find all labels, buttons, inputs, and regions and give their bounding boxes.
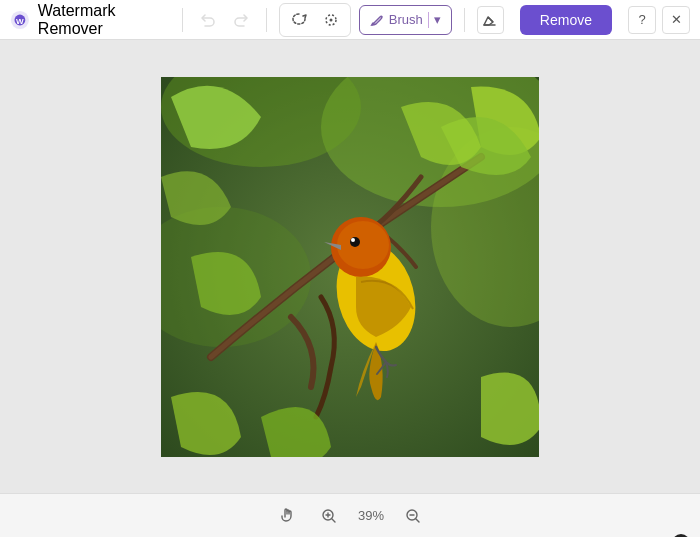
- app-logo-icon: W: [10, 9, 30, 31]
- svg-point-12: [337, 221, 389, 269]
- brush-dropdown-icon: ▾: [434, 12, 441, 27]
- tool-group-selection: [279, 3, 351, 37]
- divider-3: [464, 8, 465, 32]
- hand-tool-button[interactable]: [274, 503, 300, 529]
- close-icon: ✕: [671, 12, 682, 27]
- main-canvas-area: [0, 40, 700, 493]
- brush-dropdown-button[interactable]: Brush ▾: [359, 5, 452, 35]
- svg-point-4: [329, 18, 332, 21]
- brush-label: Brush: [389, 12, 423, 27]
- svg-point-13: [350, 237, 360, 247]
- image-container: [161, 77, 539, 457]
- undo-button[interactable]: [195, 6, 220, 34]
- app-title: Watermark Remover: [38, 2, 171, 38]
- bird-image: [161, 77, 539, 457]
- redo-button[interactable]: [229, 6, 254, 34]
- eraser-button[interactable]: [477, 6, 504, 34]
- zoom-out-button[interactable]: [400, 503, 426, 529]
- polygon-tool-button[interactable]: [316, 6, 346, 34]
- remove-button[interactable]: Remove: [520, 5, 612, 35]
- remove-label: Remove: [540, 12, 592, 28]
- help-icon: ?: [638, 12, 645, 27]
- zoom-in-button[interactable]: [316, 503, 342, 529]
- brush-divider: [428, 12, 429, 28]
- svg-point-14: [351, 238, 355, 242]
- bottom-toolbar: 39%: [0, 493, 700, 537]
- lasso-tool-button[interactable]: [284, 6, 314, 34]
- help-button[interactable]: ?: [628, 6, 656, 34]
- window-controls: ? ✕: [628, 6, 690, 34]
- divider-2: [266, 8, 267, 32]
- titlebar: W Watermark Remover: [0, 0, 700, 40]
- divider-1: [182, 8, 183, 32]
- zoom-level: 39%: [358, 508, 384, 523]
- svg-text:W: W: [16, 16, 24, 25]
- close-button[interactable]: ✕: [662, 6, 690, 34]
